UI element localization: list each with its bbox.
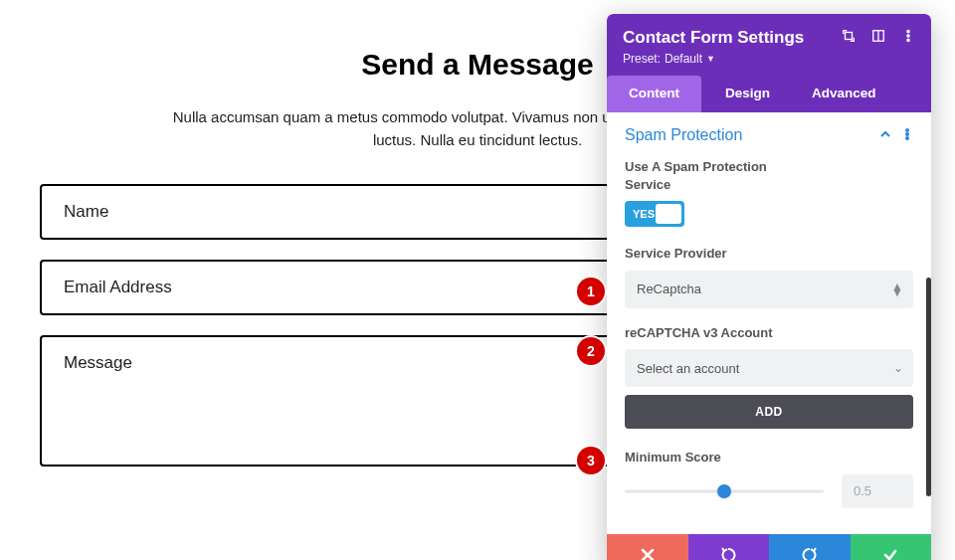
action-bar — [607, 534, 931, 560]
svg-point-7 — [906, 133, 908, 135]
svg-point-4 — [907, 35, 909, 37]
message-field-placeholder: Message — [64, 353, 132, 372]
tab-advanced[interactable]: Advanced — [794, 76, 894, 112]
svg-rect-0 — [846, 33, 853, 40]
cancel-button[interactable] — [607, 534, 688, 560]
preset-label: Preset: — [623, 52, 661, 66]
provider-value: ReCaptcha — [637, 281, 701, 296]
svg-point-3 — [907, 30, 909, 32]
score-label: Minimum Score — [625, 449, 913, 467]
updown-icon: ▲▼ — [891, 283, 903, 295]
settings-panel: Contact Form Settings Preset: Default ▼ … — [607, 14, 931, 560]
redo-icon — [802, 547, 818, 560]
step-badge-2: 2 — [577, 337, 605, 365]
undo-icon — [720, 547, 736, 560]
tab-content[interactable]: Content — [607, 76, 701, 112]
provider-label: Service Provider — [625, 245, 913, 263]
redo-button[interactable] — [769, 534, 851, 560]
close-icon — [640, 547, 656, 560]
panel-header: Contact Form Settings Preset: Default ▼ — [607, 14, 931, 76]
account-select[interactable]: Select an account ⌄ — [625, 349, 913, 387]
svg-point-5 — [907, 39, 909, 41]
svg-point-8 — [906, 137, 908, 139]
account-value: Select an account — [637, 361, 739, 376]
chevron-down-icon: ⌄ — [893, 361, 903, 375]
svg-point-6 — [906, 129, 908, 131]
confirm-button[interactable] — [851, 534, 932, 560]
use-spam-label: Use A Spam Protection Service — [625, 158, 784, 193]
caret-down-icon: ▼ — [706, 54, 715, 64]
add-button[interactable]: ADD — [625, 395, 913, 429]
section-title[interactable]: Spam Protection — [625, 126, 879, 144]
more-icon[interactable] — [901, 29, 915, 47]
responsive-icon[interactable] — [871, 29, 885, 47]
use-spam-toggle[interactable]: YES — [625, 201, 684, 227]
panel-title: Contact Form Settings — [623, 28, 842, 48]
email-field-placeholder: Email Address — [64, 278, 172, 296]
toggle-text: YES — [633, 208, 655, 220]
preset-selector[interactable]: Preset: Default ▼ — [623, 52, 915, 66]
provider-select[interactable]: ReCaptcha ▲▼ — [625, 271, 913, 308]
check-icon — [882, 547, 898, 560]
toggle-knob — [656, 204, 681, 224]
step-badge-1: 1 — [577, 278, 605, 305]
slider-thumb[interactable] — [717, 484, 731, 498]
panel-tabs: Content Design Advanced — [607, 76, 931, 112]
score-slider[interactable] — [625, 481, 824, 501]
collapse-icon[interactable] — [879, 126, 891, 144]
tab-design[interactable]: Design — [701, 76, 794, 112]
preset-value: Default — [665, 52, 702, 66]
scrollbar[interactable] — [926, 278, 931, 496]
name-field-placeholder: Name — [64, 202, 108, 221]
expand-icon[interactable] — [842, 29, 856, 47]
score-input[interactable]: 0.5 — [842, 474, 913, 508]
account-label: reCAPTCHA v3 Account — [625, 324, 913, 342]
undo-button[interactable] — [688, 534, 770, 560]
step-badge-3: 3 — [577, 447, 605, 474]
section-more-icon[interactable] — [901, 126, 913, 144]
